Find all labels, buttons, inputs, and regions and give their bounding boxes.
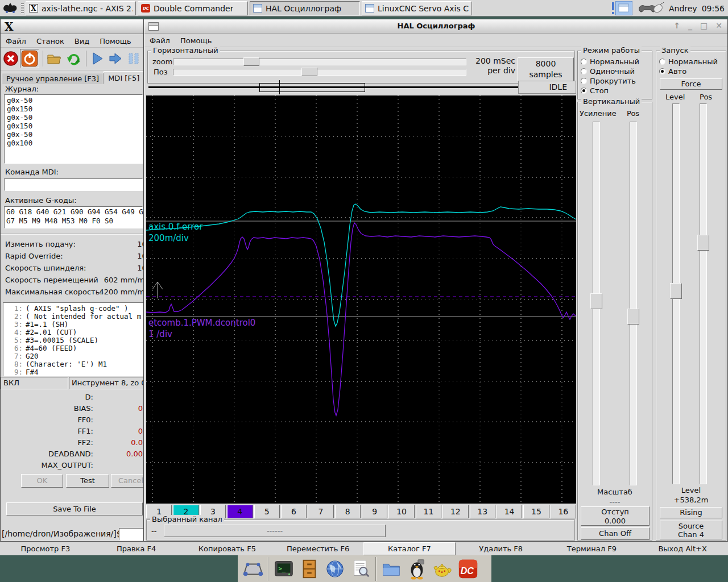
fkey-Переместить F6[interactable]: Переместить F6 [272,542,363,555]
mdi-command-input[interactable] [4,178,143,191]
chan-off-button[interactable]: Chan Off [581,527,650,540]
fkey-Копировать F5[interactable]: Копировать F5 [182,542,273,555]
tab-MDI [F5][interactable]: MDI [F5] [104,71,144,84]
scope-menu-Файл[interactable]: Файл [144,36,175,45]
radio-option-Авто[interactable]: Авто [656,66,726,76]
run-program-button[interactable] [89,51,105,66]
document-search-icon[interactable] [350,558,371,580]
override-row[interactable]: Скорость шпинделя:100 [5,262,144,274]
force-button[interactable]: Force [660,78,722,90]
cancel-button[interactable]: Cancel [111,474,144,488]
channel-button-14[interactable]: 14 [497,505,522,518]
radio-option-Стоп[interactable]: Стоп [578,86,652,95]
menu-Помощь[interactable]: Помощь [94,37,136,45]
fkey-Выход Alt+X[interactable]: Выход Alt+X [637,542,728,555]
terminal-icon[interactable]: >_ [273,558,295,580]
open-file-button[interactable] [46,51,62,66]
gain-slider-thumb[interactable] [590,293,602,309]
fkey-Терминал F9[interactable]: Терминал F9 [547,542,638,555]
trigger-pos-slider[interactable] [700,103,707,484]
scope-menu-Помощь[interactable]: Помощь [175,36,217,45]
taskbar-window-button[interactable]: axis-lathe.ngc - AXIS 2.7... [26,1,136,15]
channel-button-4[interactable]: 4 [227,505,253,518]
taskbar-grip[interactable] [21,3,24,14]
gcode-listing[interactable]: 1:( AXIS "splash g-code" )2:( Not intend… [3,302,144,376]
position-slider-thumb[interactable] [301,68,317,76]
trigger-level-slider-thumb[interactable] [670,283,682,299]
ok-button[interactable]: OK [21,474,63,488]
channel-button-8[interactable]: 8 [335,505,361,518]
radio-option-Нормальный[interactable]: Нормальный [578,57,652,66]
channel-button-7[interactable]: 7 [308,505,333,518]
override-row[interactable]: Максимальная скорость:4200 mm/min [5,286,144,298]
radio-option-Нормальный[interactable]: Нормальный [656,57,726,66]
zoom-slider[interactable] [173,59,466,65]
channel-button-5[interactable]: 5 [254,505,280,518]
channel-button-16[interactable]: 16 [551,505,576,518]
input-devices-tray-icon[interactable] [637,1,664,16]
selected-channel-source-button[interactable]: ------ [164,525,386,537]
fkey-Правка F4[interactable]: Правка F4 [91,542,182,555]
override-row[interactable]: Rapid Override:100 [5,250,144,262]
step-button[interactable] [107,51,123,66]
offset-button[interactable]: Отступ 0.000 [581,506,650,526]
override-row[interactable]: Изменить подачу:100 [5,238,144,250]
radio-option-Прокрутить[interactable]: Прокрутить [578,76,652,86]
channel-button-9[interactable]: 9 [362,505,387,518]
save-to-file-button[interactable]: Save To File [6,502,143,516]
trigger-source-button[interactable]: Source Chan 4 [660,521,722,539]
notification-tray-icon[interactable] [612,1,632,15]
shade-icon[interactable]: ↑ [673,21,680,30]
samples-button[interactable]: 8000 samples at 1,00 КГц [518,57,574,81]
line-number: 2: [3,313,23,321]
position-slider[interactable] [173,69,466,76]
machine-power-button[interactable] [20,49,39,68]
menu-Файл[interactable]: Файл [1,37,31,45]
channel-button-13[interactable]: 13 [470,505,495,518]
fkey-Просмотр F3[interactable]: Просмотр F3 [0,542,91,555]
taskbar-window-button[interactable]: LinuxCNC Servo Axis Ca... [362,1,472,15]
reload-button[interactable] [65,51,81,66]
teapot-icon[interactable] [432,558,453,580]
menu-Станок[interactable]: Станок [31,37,69,45]
taskbar-window-button[interactable]: HAL Осциллограф [250,1,360,15]
estop-button[interactable] [3,51,19,66]
launcher-icon[interactable] [2,1,19,15]
channel-button-11[interactable]: 11 [416,505,441,518]
vertical-pos-slider-thumb[interactable] [627,309,639,325]
halscope-titlebar[interactable]: HAL Осциллограф ↑ _ □ ✕ [144,20,728,34]
command-prompt-input[interactable] [119,528,144,541]
web-browser-icon[interactable] [324,558,346,580]
oscilloscope-display[interactable]: axis.0.f-error 200m/div etcomb.1.PWM.dco… [146,95,576,504]
axis-titlebar[interactable]: X [1,19,144,34]
file-cabinet-icon[interactable] [299,558,320,580]
vertical-pos-slider[interactable] [630,122,637,485]
record-view-box[interactable] [259,83,365,92]
mdi-history-list[interactable]: g0x-50g0x150g0x-50g0x150g0x-50g0x100 [4,94,143,164]
trigger-pos-slider-thumb[interactable] [697,235,709,251]
menu-Вид[interactable]: Вид [69,37,94,45]
fkey-Удалить F8[interactable]: Удалить F8 [456,542,547,555]
file-manager-icon[interactable] [380,558,402,580]
channel-button-12[interactable]: 12 [442,505,468,518]
samples-count: 8000 samples [518,59,573,80]
channel-button-10[interactable]: 10 [388,505,414,518]
close-icon[interactable]: ✕ [715,21,722,30]
tab-Ручное управление [F3][interactable]: Ручное управление [F3] [2,73,104,84]
penguin-icon[interactable] [406,558,428,580]
override-row[interactable]: Скорость перемещений602 mm/min [5,274,144,286]
maximize-icon[interactable]: □ [700,21,708,30]
fkey-Каталог F7[interactable]: Каталог F7 [363,542,456,555]
channel-button-6[interactable]: 6 [281,505,307,518]
test-button[interactable]: Test [66,474,109,488]
show-desktop-icon[interactable] [242,558,264,580]
zoom-slider-thumb[interactable] [243,57,259,66]
vertical-pos-label: Pos [627,109,639,118]
channel-button-15[interactable]: 15 [523,505,549,518]
radio-option-Одиночный[interactable]: Одиночный [578,66,652,76]
edge-button[interactable]: Rising [660,507,722,518]
taskbar-window-button[interactable]: Double Commander [138,1,248,15]
pause-button[interactable] [126,51,142,66]
minimize-icon[interactable]: _ [688,21,692,30]
double-commander-icon[interactable]: DC [457,558,479,580]
